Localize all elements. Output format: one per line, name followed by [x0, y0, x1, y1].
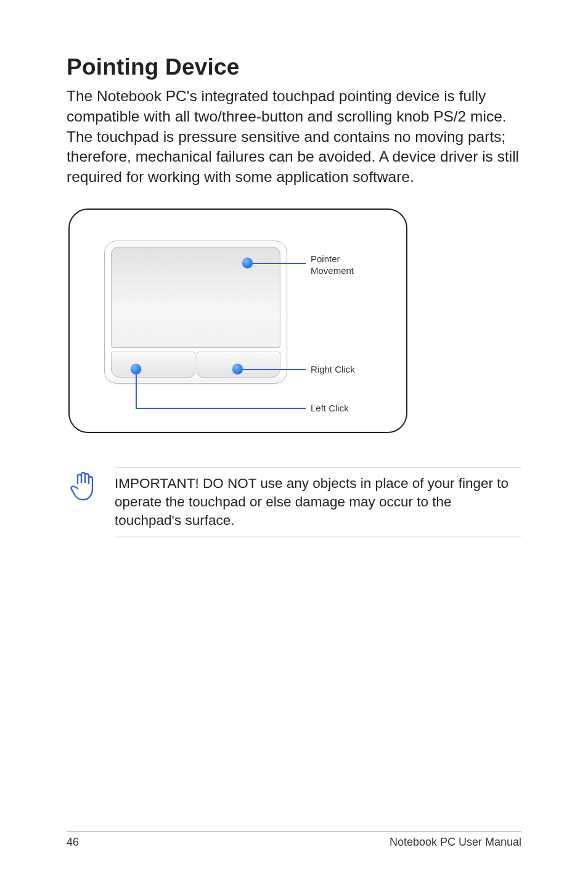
lead-left-click-h — [136, 408, 306, 409]
intro-paragraph: The Notebook PC's integrated touchpad po… — [67, 86, 521, 188]
doc-title: Notebook PC User Manual — [390, 836, 521, 849]
label-pointer-movement: Pointer Movement — [311, 254, 354, 277]
lead-pointer-movement — [253, 263, 306, 264]
touchpad-diagram: Pointer Movement Right Click Left Click — [68, 208, 407, 433]
lead-left-click-v — [136, 374, 137, 408]
page-title: Pointing Device — [67, 54, 521, 80]
marker-left-click — [131, 364, 141, 374]
stop-hand-icon — [69, 470, 99, 505]
label-left-click: Left Click — [311, 403, 349, 415]
page-number: 46 — [67, 836, 79, 849]
touchpad-surface — [111, 247, 280, 348]
marker-pointer-movement — [242, 258, 253, 268]
note-text: IMPORTANT! DO NOT use any objects in pla… — [115, 468, 521, 537]
page-footer: 46 Notebook PC User Manual — [67, 831, 521, 849]
touchpad-left-button — [111, 352, 195, 377]
marker-right-click — [232, 364, 243, 374]
important-note: IMPORTANT! DO NOT use any objects in pla… — [69, 468, 521, 537]
touchpad-outline — [104, 241, 287, 384]
label-right-click: Right Click — [311, 364, 355, 376]
lead-right-click — [243, 369, 306, 370]
